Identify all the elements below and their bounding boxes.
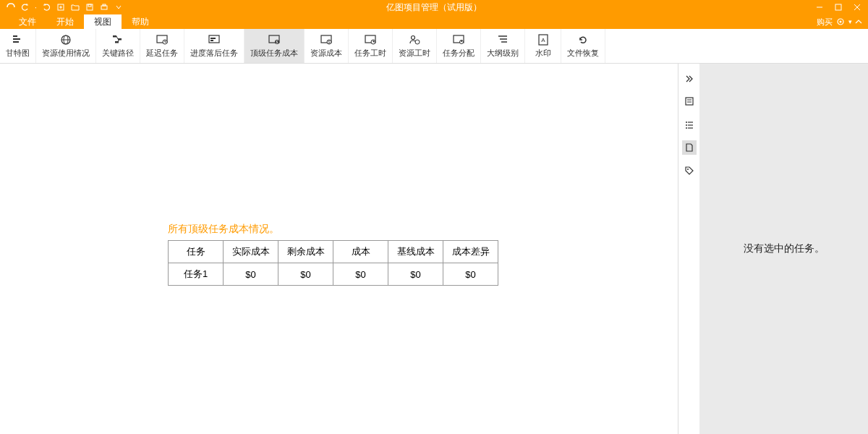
menu-help[interactable]: 帮助 — [122, 14, 159, 29]
rail-details-icon[interactable] — [682, 94, 697, 109]
resource-cost-icon: $ — [320, 33, 333, 46]
tool-critical-path[interactable]: 关键路径 — [96, 29, 140, 63]
cost-icon: $ — [268, 33, 281, 46]
rail-tag-icon[interactable] — [682, 163, 697, 178]
menu-view[interactable]: 视图 — [84, 14, 122, 29]
app-title: 亿图项目管理（试用版） — [386, 1, 482, 14]
toolbar-separator: · — [35, 4, 37, 12]
cost-table: 任务 实际成本 剩余成本 成本 基线成本 成本差异 任务1 $0 $0 $0 $ — [168, 240, 498, 286]
collapse-ribbon-icon[interactable] — [855, 18, 862, 25]
path-icon — [111, 33, 124, 46]
buy-link[interactable]: 购买 — [817, 17, 833, 27]
rail-list-icon[interactable] — [682, 117, 697, 132]
gantt-icon — [12, 33, 25, 46]
task-hours-icon — [364, 33, 377, 46]
col-remaining-cost: 剩余成本 — [278, 241, 333, 263]
content-area: 所有顶级任务成本情况。 任务 实际成本 剩余成本 成本 基线成本 成本差异 任务… — [0, 64, 678, 434]
svg-point-8 — [840, 21, 842, 23]
behind-icon — [208, 33, 221, 46]
minimize-icon[interactable] — [814, 2, 825, 12]
table-row[interactable]: 任务1 $0 $0 $0 $0 $0 — [169, 263, 498, 286]
watermark-icon: A — [537, 33, 550, 46]
menu-file[interactable]: 文件 — [9, 14, 46, 29]
tool-resource-hours[interactable]: 资源工时 — [393, 29, 437, 63]
svg-point-32 — [415, 40, 420, 44]
svg-rect-1 — [87, 4, 93, 10]
svg-point-35 — [461, 41, 462, 42]
tool-task-hours[interactable]: 任务工时 — [349, 29, 393, 63]
menu-start[interactable]: 开始 — [46, 14, 84, 29]
tool-gantt[interactable]: 甘特图 — [0, 29, 36, 63]
empty-selection-text: 没有选中的任务。 — [744, 242, 825, 255]
col-actual-cost: 实际成本 — [224, 241, 278, 263]
svg-point-50 — [687, 169, 689, 170]
svg-point-44 — [686, 122, 687, 123]
svg-rect-2 — [88, 4, 91, 7]
globe-icon — [59, 33, 72, 46]
svg-text:$: $ — [328, 40, 331, 44]
table-header-row: 任务 实际成本 剩余成本 成本 基线成本 成本差异 — [169, 241, 498, 263]
outline-icon — [496, 33, 509, 46]
svg-point-48 — [686, 127, 687, 129]
redo-icon[interactable] — [41, 2, 51, 12]
svg-point-31 — [412, 36, 415, 40]
dropdown-icon[interactable] — [114, 2, 124, 12]
undo-icon[interactable] — [20, 2, 30, 12]
svg-rect-16 — [118, 38, 122, 41]
restore-icon — [576, 33, 590, 46]
delay-icon — [156, 33, 169, 46]
tool-file-restore[interactable]: 文件恢复 — [561, 29, 605, 63]
tool-task-assign[interactable]: 任务分配 — [437, 29, 481, 63]
menubar: 文件 开始 视图 帮助 购买 ▾ — [0, 14, 868, 29]
svg-rect-15 — [113, 35, 116, 38]
tool-delayed-tasks[interactable]: 延迟任务 — [140, 29, 184, 63]
open-icon[interactable] — [70, 2, 80, 12]
rail-doc-icon[interactable] — [682, 140, 697, 155]
assign-icon — [452, 33, 465, 46]
svg-rect-41 — [686, 98, 693, 105]
new-icon[interactable] — [56, 2, 66, 12]
tool-resource-cost[interactable]: $ 资源成本 — [305, 29, 349, 63]
svg-rect-11 — [13, 41, 19, 43]
svg-point-46 — [686, 124, 687, 126]
col-cost-variance: 成本差异 — [443, 241, 498, 263]
svg-rect-22 — [210, 40, 213, 41]
tool-resource-usage[interactable]: 资源使用情况 — [36, 29, 96, 63]
svg-rect-10 — [13, 38, 20, 40]
resource-hours-icon — [408, 33, 421, 46]
gear-icon[interactable] — [835, 17, 846, 27]
svg-text:$: $ — [276, 40, 278, 44]
col-baseline-cost: 基线成本 — [388, 241, 443, 263]
right-rail — [678, 64, 699, 434]
chevron-down-icon[interactable]: ▾ — [848, 18, 852, 25]
rail-expand-icon[interactable] — [682, 71, 697, 85]
app-logo-icon — [6, 2, 16, 12]
right-panel: 没有选中的任务。 — [699, 64, 868, 434]
table-title: 所有顶级任务成本情况。 — [168, 223, 678, 236]
svg-rect-3 — [101, 6, 107, 9]
save-icon[interactable] — [85, 2, 95, 12]
titlebar: · 亿图项目管理（试用版） — [0, 0, 868, 14]
maximize-icon[interactable] — [833, 2, 843, 12]
svg-rect-21 — [210, 38, 216, 39]
svg-rect-4 — [103, 4, 106, 6]
close-icon[interactable] — [852, 2, 862, 12]
svg-rect-6 — [835, 4, 841, 10]
svg-text:A: A — [541, 37, 545, 43]
tool-watermark[interactable]: A 水印 — [525, 29, 561, 63]
svg-rect-9 — [13, 35, 17, 37]
toolbar: 甘特图 资源使用情况 关键路径 延迟任务 进度落后任务 $ 顶级任务成本 $ 资… — [0, 29, 868, 64]
tool-outline-level[interactable]: 大纲级别 — [481, 29, 525, 63]
tool-top-task-cost[interactable]: $ 顶级任务成本 — [244, 29, 305, 63]
print-icon[interactable] — [99, 2, 109, 12]
col-task: 任务 — [169, 241, 224, 263]
tool-behind-schedule[interactable]: 进度落后任务 — [184, 29, 244, 63]
col-cost: 成本 — [333, 241, 388, 263]
